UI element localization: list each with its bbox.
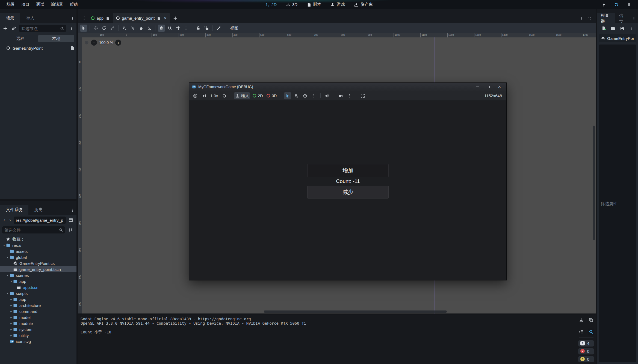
fs-tree-item[interactable]: 收藏： (0, 236, 76, 242)
reset-speed-icon[interactable] (221, 92, 228, 99)
group-select-tool[interactable] (129, 25, 136, 32)
tab-signals[interactable]: 信号 (615, 13, 630, 23)
clear-output-icon[interactable] (578, 317, 584, 323)
increase-button[interactable]: 增加 (307, 164, 389, 177)
camera-override-icon[interactable] (302, 92, 309, 99)
expand-editor-icon[interactable] (587, 17, 591, 20)
script-icon[interactable] (157, 16, 161, 20)
edited-object-selector[interactable]: GameEntryPoint... (599, 34, 636, 42)
next-frame-button[interactable] (200, 92, 208, 99)
snap-options-icon[interactable] (166, 25, 173, 32)
search-output-icon[interactable] (588, 329, 594, 335)
fs-tree-item[interactable]: app.tscn (0, 284, 76, 290)
tree-expand-arrow[interactable]: ▸ (9, 322, 13, 325)
local-button[interactable]: 本地 (38, 35, 74, 42)
fs-tree-item[interactable]: ▸app (0, 296, 76, 302)
suspend-button[interactable] (192, 92, 199, 99)
skeleton-options-icon[interactable] (215, 25, 222, 32)
scale-tool[interactable] (109, 25, 116, 32)
scene-tab-game-entry-point[interactable]: game_entry_point × (113, 13, 170, 23)
tab-filesystem[interactable]: 文件系统 (0, 205, 28, 215)
tree-expand-arrow[interactable]: ▾ (6, 292, 10, 295)
tree-expand-arrow[interactable]: ▸ (9, 304, 13, 307)
add-node-button[interactable] (2, 25, 9, 32)
fullscreen-icon[interactable] (359, 92, 366, 99)
pick-menu-icon[interactable] (310, 92, 317, 99)
fs-tree-item[interactable]: ▾app (0, 278, 76, 284)
remote-button[interactable]: 远程 (2, 35, 38, 42)
pause-game-icon[interactable] (625, 1, 633, 8)
resource-menu-icon[interactable] (628, 25, 635, 32)
script-icon[interactable] (106, 16, 110, 20)
pick-node-tool[interactable] (284, 92, 291, 99)
copy-output-icon[interactable] (588, 317, 594, 323)
script-icon[interactable] (70, 46, 74, 50)
scene-tree-node-root[interactable]: GameEntryPoint (0, 45, 76, 52)
filter-files-box[interactable] (2, 226, 65, 233)
zoom-out-button[interactable]: − (91, 40, 97, 46)
snap-menu-icon[interactable] (182, 25, 190, 32)
sort-files-icon[interactable] (67, 226, 74, 233)
fs-tree-item[interactable]: icon.svg (0, 338, 76, 344)
embed-menu-icon[interactable] (346, 92, 353, 99)
rotate-tool[interactable] (101, 25, 108, 32)
fs-tree-item[interactable]: ▾global (0, 254, 76, 260)
tree-expand-arrow[interactable]: ▸ (9, 334, 13, 337)
filter-nodes-input[interactable] (21, 26, 58, 31)
save-resource-icon[interactable] (619, 25, 626, 32)
grid-snap-toggle[interactable] (174, 25, 181, 32)
smart-snap-toggle[interactable] (158, 25, 165, 32)
fs-tree-item[interactable]: ▸system (0, 326, 76, 332)
fs-tree-item[interactable]: ▸module (0, 320, 76, 326)
warnings-badge[interactable]: ! 0 (578, 356, 594, 362)
fs-tree-item[interactable]: ▸architecture (0, 302, 76, 308)
move-tool[interactable] (92, 25, 99, 32)
decrease-button[interactable]: 减少 (307, 186, 389, 199)
scene-tab-app[interactable]: app (88, 13, 113, 23)
ruler-tool[interactable] (146, 25, 153, 32)
filter-files-input[interactable] (4, 228, 57, 232)
fs-tree-item[interactable]: ▸model (0, 314, 76, 320)
tab-list-menu-icon[interactable] (580, 17, 584, 20)
restart-game-icon[interactable] (613, 1, 620, 8)
fs-tree-item[interactable]: ▾scenes (0, 272, 76, 278)
workspace-axes2d[interactable]: 2D (262, 1, 279, 8)
maximize-icon[interactable] (487, 86, 490, 88)
camera-3d-toggle[interactable]: 3D (265, 92, 278, 99)
game-window-titlebar[interactable]: MyGFrameworkGame (DEBUG) × (189, 83, 506, 91)
fs-tree-item[interactable]: GameEntryPoint.cs (0, 260, 76, 266)
toggle-split-mode-icon[interactable] (67, 217, 74, 224)
pick-list-tool[interactable] (293, 92, 300, 99)
new-scene-tab-button[interactable] (170, 13, 181, 23)
canvas-hscrollbar[interactable] (264, 310, 447, 313)
close-icon[interactable]: × (498, 84, 501, 89)
instance-scene-button[interactable] (10, 25, 17, 32)
workspace-script[interactable]: 脚本 (304, 1, 324, 8)
new-resource-icon[interactable] (600, 25, 607, 32)
tab-history[interactable]: 历史 (28, 205, 49, 215)
tree-expand-arrow[interactable]: ▸ (9, 328, 13, 331)
filter-properties-box[interactable] (599, 45, 636, 362)
movie-maker-icon[interactable] (337, 92, 344, 99)
select-tool[interactable] (80, 25, 87, 32)
nav-back-icon[interactable]: ‹ (2, 217, 7, 223)
dock-menu-icon[interactable] (68, 208, 76, 212)
workspace-download[interactable]: 资产库 (352, 1, 376, 8)
fs-tree-item[interactable]: game_entry_point.tscn (0, 266, 76, 272)
tree-expand-arrow[interactable]: ▾ (6, 256, 10, 259)
zoom-in-button[interactable]: + (115, 40, 121, 46)
tree-expand-arrow[interactable]: ▸ (9, 298, 13, 301)
current-path-input[interactable] (14, 217, 66, 224)
group-selected-button[interactable] (203, 25, 210, 32)
debug-break-icon[interactable] (600, 1, 607, 8)
view-menu[interactable]: 视图 (228, 26, 241, 31)
minimize-icon[interactable] (476, 87, 479, 87)
menu-item[interactable]: 项目 (19, 1, 32, 8)
input-mode-toggle[interactable]: 输入 (234, 92, 250, 99)
tree-expand-arrow[interactable]: ▸ (9, 316, 13, 319)
list-select-tool[interactable] (121, 25, 128, 32)
canvas-2d[interactable]: − 100.0 % + MyGFrameworkGame (DEBUG) (82, 37, 596, 313)
close-tab-icon[interactable]: × (164, 16, 167, 21)
camera-2d-toggle[interactable]: 2D (252, 92, 264, 99)
filter-nodes-box[interactable] (19, 25, 66, 32)
